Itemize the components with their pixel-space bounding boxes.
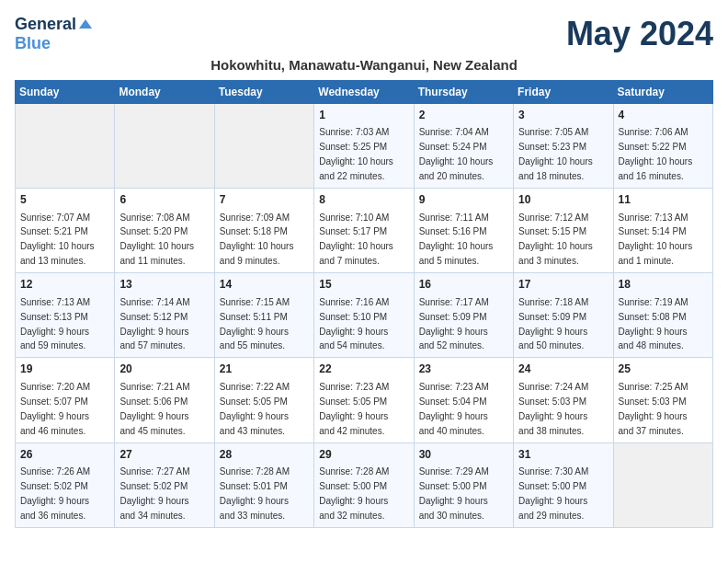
day-number: 5 bbox=[20, 192, 109, 208]
calendar-cell: 7Sunrise: 7:09 AMSunset: 5:18 PMDaylight… bbox=[214, 189, 313, 273]
day-info: Sunrise: 7:12 AMSunset: 5:15 PMDaylight:… bbox=[518, 213, 593, 267]
day-number: 2 bbox=[419, 108, 508, 123]
day-info: Sunrise: 7:03 AMSunset: 5:25 PMDaylight:… bbox=[319, 127, 393, 181]
day-number: 8 bbox=[319, 192, 408, 208]
calendar-cell bbox=[214, 104, 313, 189]
calendar-cell: 15Sunrise: 7:16 AMSunset: 5:10 PMDayligh… bbox=[314, 273, 414, 358]
calendar-cell: 25Sunrise: 7:25 AMSunset: 5:03 PMDayligh… bbox=[613, 358, 712, 442]
calendar-cell: 10Sunrise: 7:12 AMSunset: 5:15 PMDayligh… bbox=[514, 189, 613, 273]
day-info: Sunrise: 7:28 AMSunset: 5:00 PMDaylight:… bbox=[319, 466, 389, 521]
day-number: 22 bbox=[319, 362, 408, 377]
day-info: Sunrise: 7:13 AMSunset: 5:14 PMDaylight:… bbox=[619, 213, 693, 267]
day-number: 14 bbox=[220, 277, 309, 293]
logo: General Blue bbox=[15, 15, 92, 53]
day-number: 9 bbox=[419, 192, 508, 208]
calendar-cell: 3Sunrise: 7:05 AMSunset: 5:23 PMDaylight… bbox=[514, 104, 613, 189]
day-number: 12 bbox=[20, 277, 109, 293]
day-info: Sunrise: 7:20 AMSunset: 5:07 PMDaylight:… bbox=[20, 382, 90, 436]
day-number: 30 bbox=[419, 447, 508, 463]
day-info: Sunrise: 7:24 AMSunset: 5:03 PMDaylight:… bbox=[518, 382, 588, 436]
day-info: Sunrise: 7:28 AMSunset: 5:01 PMDaylight:… bbox=[220, 466, 290, 521]
calendar-cell: 29Sunrise: 7:28 AMSunset: 5:00 PMDayligh… bbox=[314, 442, 414, 527]
calendar-cell: 1Sunrise: 7:03 AMSunset: 5:25 PMDaylight… bbox=[314, 104, 414, 189]
calendar-cell: 2Sunrise: 7:04 AMSunset: 5:24 PMDaylight… bbox=[414, 104, 513, 189]
calendar-cell: 14Sunrise: 7:15 AMSunset: 5:11 PMDayligh… bbox=[214, 273, 313, 358]
calendar-week-row: 12Sunrise: 7:13 AMSunset: 5:13 PMDayligh… bbox=[16, 273, 713, 358]
day-info: Sunrise: 7:25 AMSunset: 5:03 PMDaylight:… bbox=[619, 382, 688, 436]
day-info: Sunrise: 7:19 AMSunset: 5:08 PMDaylight:… bbox=[619, 297, 688, 351]
calendar-cell: 27Sunrise: 7:27 AMSunset: 5:02 PMDayligh… bbox=[115, 442, 214, 527]
day-info: Sunrise: 7:23 AMSunset: 5:04 PMDaylight:… bbox=[419, 382, 489, 436]
calendar-cell: 19Sunrise: 7:20 AMSunset: 5:07 PMDayligh… bbox=[16, 358, 115, 442]
day-info: Sunrise: 7:07 AMSunset: 5:21 PMDaylight:… bbox=[20, 213, 95, 267]
day-info: Sunrise: 7:17 AMSunset: 5:09 PMDaylight:… bbox=[419, 297, 489, 351]
day-info: Sunrise: 7:06 AMSunset: 5:22 PMDaylight:… bbox=[619, 127, 693, 181]
calendar-cell: 24Sunrise: 7:24 AMSunset: 5:03 PMDayligh… bbox=[514, 358, 613, 442]
day-number: 15 bbox=[319, 277, 408, 293]
day-info: Sunrise: 7:26 AMSunset: 5:02 PMDaylight:… bbox=[20, 466, 90, 521]
location-subtitle: Hokowhitu, Manawatu-Wanganui, New Zealan… bbox=[15, 57, 713, 73]
day-info: Sunrise: 7:10 AMSunset: 5:17 PMDaylight:… bbox=[319, 213, 393, 267]
calendar-cell: 16Sunrise: 7:17 AMSunset: 5:09 PMDayligh… bbox=[414, 273, 513, 358]
calendar-cell: 21Sunrise: 7:22 AMSunset: 5:05 PMDayligh… bbox=[214, 358, 313, 442]
day-info: Sunrise: 7:05 AMSunset: 5:23 PMDaylight:… bbox=[518, 127, 593, 181]
logo-blue-text: Blue bbox=[15, 34, 51, 53]
day-number: 16 bbox=[419, 277, 508, 293]
calendar-cell: 13Sunrise: 7:14 AMSunset: 5:12 PMDayligh… bbox=[115, 273, 214, 358]
calendar-cell: 8Sunrise: 7:10 AMSunset: 5:17 PMDaylight… bbox=[314, 189, 414, 273]
day-number: 19 bbox=[20, 362, 109, 377]
calendar-cell: 26Sunrise: 7:26 AMSunset: 5:02 PMDayligh… bbox=[16, 442, 115, 527]
calendar-cell: 30Sunrise: 7:29 AMSunset: 5:00 PMDayligh… bbox=[414, 442, 513, 527]
day-info: Sunrise: 7:29 AMSunset: 5:00 PMDaylight:… bbox=[419, 466, 489, 521]
day-number: 7 bbox=[220, 192, 309, 208]
calendar-cell: 23Sunrise: 7:23 AMSunset: 5:04 PMDayligh… bbox=[414, 358, 513, 442]
calendar-cell: 4Sunrise: 7:06 AMSunset: 5:22 PMDaylight… bbox=[613, 104, 712, 189]
column-header-saturday: Saturday bbox=[613, 81, 712, 104]
logo-triangle-icon bbox=[79, 19, 92, 29]
day-number: 26 bbox=[20, 447, 109, 463]
day-number: 23 bbox=[419, 362, 508, 377]
calendar-week-row: 5Sunrise: 7:07 AMSunset: 5:21 PMDaylight… bbox=[16, 189, 713, 273]
calendar-week-row: 19Sunrise: 7:20 AMSunset: 5:07 PMDayligh… bbox=[16, 358, 713, 442]
day-info: Sunrise: 7:04 AMSunset: 5:24 PMDaylight:… bbox=[419, 127, 494, 181]
day-info: Sunrise: 7:15 AMSunset: 5:11 PMDaylight:… bbox=[220, 297, 290, 351]
day-number: 27 bbox=[119, 447, 209, 463]
calendar-cell bbox=[16, 104, 115, 189]
calendar-week-row: 1Sunrise: 7:03 AMSunset: 5:25 PMDaylight… bbox=[16, 104, 713, 189]
day-number: 28 bbox=[220, 447, 309, 463]
column-header-friday: Friday bbox=[514, 81, 613, 104]
day-info: Sunrise: 7:14 AMSunset: 5:12 PMDaylight:… bbox=[119, 297, 189, 351]
day-number: 4 bbox=[619, 108, 708, 123]
logo-general-text: General bbox=[15, 15, 76, 34]
day-number: 25 bbox=[619, 362, 708, 377]
column-header-monday: Monday bbox=[115, 81, 214, 104]
day-info: Sunrise: 7:08 AMSunset: 5:20 PMDaylight:… bbox=[119, 213, 194, 267]
calendar-cell: 22Sunrise: 7:23 AMSunset: 5:05 PMDayligh… bbox=[314, 358, 414, 442]
calendar-week-row: 26Sunrise: 7:26 AMSunset: 5:02 PMDayligh… bbox=[16, 442, 713, 527]
day-number: 10 bbox=[518, 192, 608, 208]
column-header-thursday: Thursday bbox=[414, 81, 513, 104]
day-number: 20 bbox=[119, 362, 209, 377]
calendar-cell: 9Sunrise: 7:11 AMSunset: 5:16 PMDaylight… bbox=[414, 189, 513, 273]
day-info: Sunrise: 7:13 AMSunset: 5:13 PMDaylight:… bbox=[20, 297, 90, 351]
column-header-wednesday: Wednesday bbox=[314, 81, 414, 104]
day-number: 6 bbox=[119, 192, 209, 208]
day-number: 1 bbox=[319, 108, 408, 123]
day-number: 21 bbox=[220, 362, 309, 377]
page-header: General Blue May 2024 bbox=[15, 15, 713, 53]
day-info: Sunrise: 7:23 AMSunset: 5:05 PMDaylight:… bbox=[319, 382, 389, 436]
calendar-cell bbox=[115, 104, 214, 189]
day-number: 13 bbox=[119, 277, 209, 293]
calendar-cell: 20Sunrise: 7:21 AMSunset: 5:06 PMDayligh… bbox=[115, 358, 214, 442]
day-number: 31 bbox=[518, 447, 608, 463]
calendar-cell: 5Sunrise: 7:07 AMSunset: 5:21 PMDaylight… bbox=[16, 189, 115, 273]
calendar-cell: 12Sunrise: 7:13 AMSunset: 5:13 PMDayligh… bbox=[16, 273, 115, 358]
column-header-sunday: Sunday bbox=[16, 81, 115, 104]
calendar-cell: 18Sunrise: 7:19 AMSunset: 5:08 PMDayligh… bbox=[613, 273, 712, 358]
day-info: Sunrise: 7:11 AMSunset: 5:16 PMDaylight:… bbox=[419, 213, 494, 267]
day-info: Sunrise: 7:30 AMSunset: 5:00 PMDaylight:… bbox=[518, 466, 588, 521]
day-number: 24 bbox=[518, 362, 608, 377]
day-number: 29 bbox=[319, 447, 408, 463]
calendar-cell bbox=[613, 442, 712, 527]
day-info: Sunrise: 7:22 AMSunset: 5:05 PMDaylight:… bbox=[220, 382, 290, 436]
